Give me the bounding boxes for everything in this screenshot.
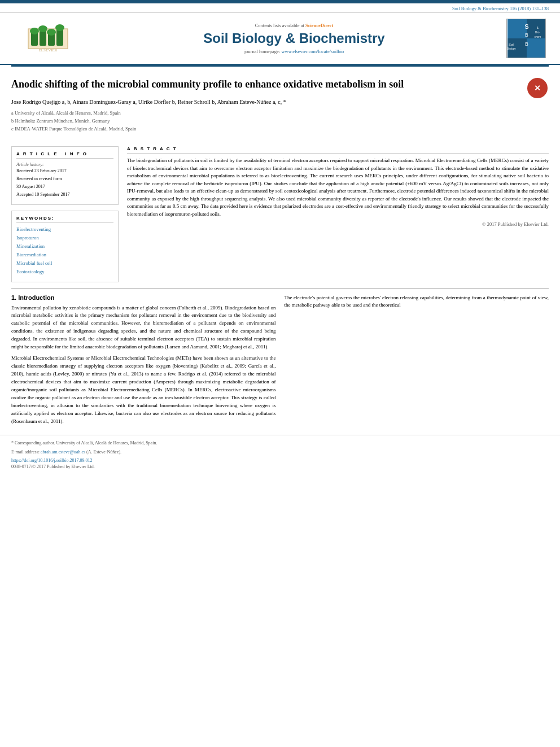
footer-corresponding-author: * Corresponding author. University of Al… bbox=[11, 440, 549, 447]
svg-text:B: B bbox=[525, 32, 528, 38]
sciencedirect-line: Contents lists available at ScienceDirec… bbox=[90, 23, 498, 28]
svg-rect-4 bbox=[56, 29, 63, 46]
page: Soil Biology & Biochemistry 116 (2018) 1… bbox=[0, 0, 560, 747]
keyword-2: Isoproturon bbox=[16, 235, 113, 242]
article-title-section: Anodic shifting of the microbial communi… bbox=[0, 67, 560, 141]
svg-text:chem: chem bbox=[534, 36, 541, 38]
accepted-date: Accepted 10 September 2017 bbox=[16, 192, 113, 197]
history-label: Article history: bbox=[16, 162, 113, 167]
svg-point-5 bbox=[30, 28, 39, 34]
journal-reference: Soil Biology & Biochemistry 116 (2018) 1… bbox=[0, 3, 560, 13]
sciencedirect-link[interactable]: ScienceDirect bbox=[305, 23, 333, 28]
keywords-box: Keywords: Bioelectroventing Isoproturon … bbox=[11, 211, 119, 282]
authors: Jose Rodrigo Quejigo a, b, Ainara Domíng… bbox=[11, 98, 520, 106]
footer-email-link[interactable]: abrah.am.esteve@uah.es bbox=[41, 449, 85, 455]
svg-point-7 bbox=[47, 29, 56, 36]
footer: * Corresponding author. University of Al… bbox=[0, 435, 560, 471]
keyword-1: Bioelectroventing bbox=[16, 226, 113, 233]
homepage-line: journal homepage: www.elsevier.com/locat… bbox=[90, 49, 498, 54]
intro-para2: Microbial Electrochemical Systems or Mic… bbox=[11, 355, 276, 425]
svg-text:Soil: Soil bbox=[509, 43, 514, 46]
received-date: Received 23 February 2017 bbox=[16, 168, 113, 173]
svg-text:Bio-: Bio- bbox=[535, 31, 540, 34]
keywords-label: Keywords: bbox=[16, 216, 113, 223]
journal-logo-box: S B B Soil Biology & Bio- chem bbox=[506, 19, 546, 58]
abstract-section: A B S T R A C T The biodegradation of po… bbox=[127, 146, 549, 227]
left-column: A R T I C L E I N F O Article history: R… bbox=[11, 146, 119, 282]
article-title: Anodic shifting of the microbial communi… bbox=[11, 78, 520, 91]
svg-rect-12 bbox=[527, 38, 546, 58]
footer-doi[interactable]: https://doi.org/10.1016/j.soilbio.2017.0… bbox=[11, 458, 549, 463]
affiliations: a University of Alcalá, Alcalá de Henare… bbox=[11, 110, 520, 133]
body-left-column: 1. Introduction Environmental pollution … bbox=[11, 294, 276, 429]
article-info-label: A R T I C L E I N F O bbox=[16, 151, 113, 159]
revised-date: 30 August 2017 bbox=[16, 184, 113, 189]
copyright-line: © 2017 Published by Elsevier Ltd. bbox=[127, 221, 549, 227]
svg-text:Biology: Biology bbox=[507, 47, 516, 50]
elsevier-logo-area: ELSEVIER bbox=[11, 23, 85, 54]
article-info-abstract-area: A R T I C L E I N F O Article history: R… bbox=[0, 146, 560, 282]
affiliation-b: b Helmholtz Zentrum München, Munich, Ger… bbox=[11, 117, 520, 125]
svg-rect-11 bbox=[508, 19, 527, 38]
intro-heading: 1. Introduction bbox=[11, 294, 276, 301]
abstract-text: The biodegradation of pollutants in soil… bbox=[127, 157, 549, 218]
svg-rect-2 bbox=[40, 30, 46, 46]
article-info-box: A R T I C L E I N F O Article history: R… bbox=[11, 146, 119, 205]
keyword-5: Microbial fuel cell bbox=[16, 260, 113, 267]
keyword-4: Bioremediation bbox=[16, 252, 113, 259]
svg-text:ELSEVIER: ELSEVIER bbox=[38, 48, 57, 53]
section-divider bbox=[11, 288, 549, 289]
footer-issn: 0038-0717/© 2017 Published by Elsevier L… bbox=[11, 464, 549, 469]
intro-para3-right: The electrode's potential governs the mi… bbox=[285, 294, 549, 310]
svg-point-8 bbox=[55, 24, 64, 31]
keyword-6: Ecotoxicology bbox=[16, 269, 113, 276]
journal-title: Soil Biology & Biochemistry bbox=[90, 30, 498, 46]
keyword-3: Mineralization bbox=[16, 243, 113, 250]
journal-header: ELSEVIER Contents lists available at Sci… bbox=[0, 13, 560, 65]
crossmark-icon[interactable]: ✕ bbox=[527, 78, 548, 98]
elsevier-tree-logo: ELSEVIER bbox=[25, 23, 71, 54]
intro-para1: Environmental pollution by xenobiotic co… bbox=[11, 304, 276, 352]
svg-point-6 bbox=[38, 25, 47, 32]
affiliation-c: c IMDEA-WATER Parque Tecnológico de Alca… bbox=[11, 125, 520, 133]
journal-logo-svg: S B B Soil Biology & Bio- chem bbox=[507, 19, 546, 58]
affiliation-a: a University of Alcalá, Alcalá de Henare… bbox=[11, 110, 520, 117]
crossmark-area: ✕ bbox=[526, 78, 549, 98]
svg-text:B: B bbox=[525, 41, 528, 47]
footer-email: E-mail address: abrah.am.esteve@uah.es (… bbox=[11, 449, 549, 456]
body-area: 1. Introduction Environmental pollution … bbox=[0, 294, 560, 429]
revised-label: Received in revised form bbox=[16, 176, 113, 181]
journal-logo-area: S B B Soil Biology & Bio- chem bbox=[504, 19, 549, 58]
body-right-column: The electrode's potential governs the mi… bbox=[285, 294, 549, 429]
svg-text:S: S bbox=[524, 23, 528, 30]
header-center: Contents lists available at ScienceDirec… bbox=[90, 23, 498, 54]
abstract-label: A B S T R A C T bbox=[127, 146, 549, 154]
article-title-area: Anodic shifting of the microbial communi… bbox=[11, 78, 520, 135]
right-column: A B S T R A C T The biodegradation of po… bbox=[127, 146, 549, 282]
homepage-url[interactable]: www.elsevier.com/locate/soilbio bbox=[281, 49, 344, 54]
